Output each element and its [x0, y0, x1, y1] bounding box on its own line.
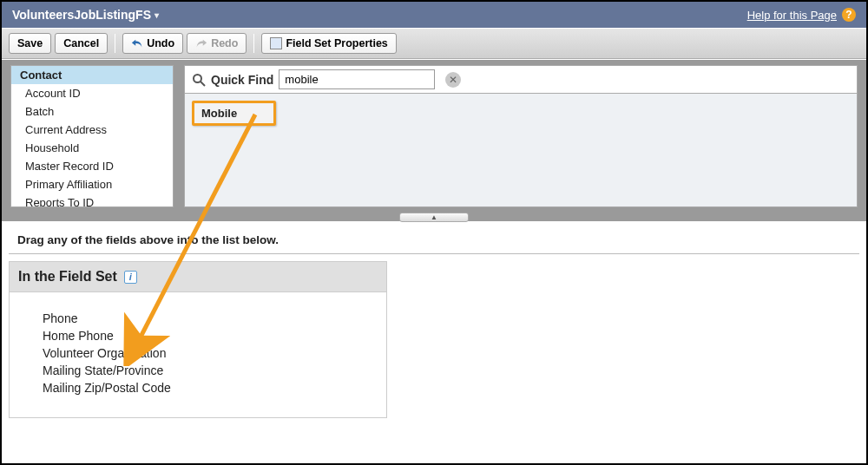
sidebar-item-master-record-id[interactable]: Master Record ID — [11, 157, 173, 175]
page-title: VolunteersJobListingFS — [12, 8, 151, 22]
sidebar-item-reports-to-id[interactable]: Reports To ID — [11, 193, 173, 207]
field-palette: Mobile — [184, 93, 858, 207]
sidebar-item-account-id[interactable]: Account ID — [11, 84, 173, 102]
divider — [115, 34, 115, 53]
sidebar-item-current-address[interactable]: Current Address — [11, 121, 173, 139]
redo-button: Redo — [187, 33, 247, 54]
cancel-button[interactable]: Cancel — [55, 33, 108, 54]
fieldset-properties-button[interactable]: Field Set Properties — [261, 33, 396, 54]
fieldset-item[interactable]: Mailing State/Province — [43, 362, 353, 379]
undo-icon — [131, 37, 143, 49]
layout-workspace: Contact Account ID Batch Current Address… — [2, 59, 866, 221]
palette-area: Quick Find ✕ Mobile — [184, 65, 858, 207]
fieldset-item[interactable]: Home Phone — [43, 327, 353, 344]
help-link[interactable]: Help for this Page — [747, 9, 837, 22]
svg-point-0 — [194, 75, 201, 82]
sidebar-item-batch[interactable]: Batch — [11, 102, 173, 121]
quick-find-label: Quick Find — [211, 73, 273, 87]
divider — [253, 34, 254, 53]
toolbar: Save Cancel Undo Redo Field Set Properti… — [2, 28, 866, 59]
palette-field-mobile[interactable]: Mobile — [192, 101, 276, 126]
field-set-header: In the Field Set i — [10, 262, 386, 292]
help-group: Help for this Page ? — [747, 8, 856, 22]
field-set-title: In the Field Set — [18, 269, 117, 285]
info-icon[interactable]: i — [124, 271, 137, 284]
field-set-dropzone[interactable]: Phone Home Phone Volunteer Organization … — [10, 292, 386, 417]
redo-icon — [195, 37, 207, 49]
drag-instructions: Drag any of the fields above into the li… — [9, 221, 859, 254]
sidebar-item-household[interactable]: Household — [11, 139, 173, 157]
panel-expand-handle[interactable]: ▲ — [399, 213, 469, 222]
sidebar-item-contact[interactable]: Contact — [11, 66, 173, 84]
dropdown-arrow-icon: ▾ — [155, 10, 159, 20]
object-sidebar: Contact Account ID Batch Current Address… — [10, 65, 174, 207]
search-icon — [192, 73, 206, 87]
help-icon[interactable]: ? — [842, 8, 856, 22]
page-title-group[interactable]: VolunteersJobListingFS ▾ — [12, 8, 159, 22]
page-header: VolunteersJobListingFS ▾ Help for this P… — [2, 2, 866, 28]
field-set-panel: In the Field Set i Phone Home Phone Volu… — [9, 261, 387, 418]
quick-find-bar: Quick Find ✕ — [184, 65, 858, 93]
fieldset-item[interactable]: Mailing Zip/Postal Code — [43, 379, 353, 396]
undo-button[interactable]: Undo — [122, 33, 183, 54]
quick-find-input[interactable] — [279, 69, 435, 89]
fieldset-item[interactable]: Phone — [43, 310, 353, 327]
svg-line-1 — [201, 82, 205, 86]
clear-search-button[interactable]: ✕ — [445, 72, 461, 88]
sidebar-item-primary-affiliation[interactable]: Primary Affiliation — [11, 175, 173, 193]
grid-icon — [270, 37, 282, 49]
save-button[interactable]: Save — [9, 33, 51, 54]
chevron-up-icon: ▲ — [431, 213, 437, 221]
fieldset-item[interactable]: Volunteer Organization — [43, 344, 353, 362]
